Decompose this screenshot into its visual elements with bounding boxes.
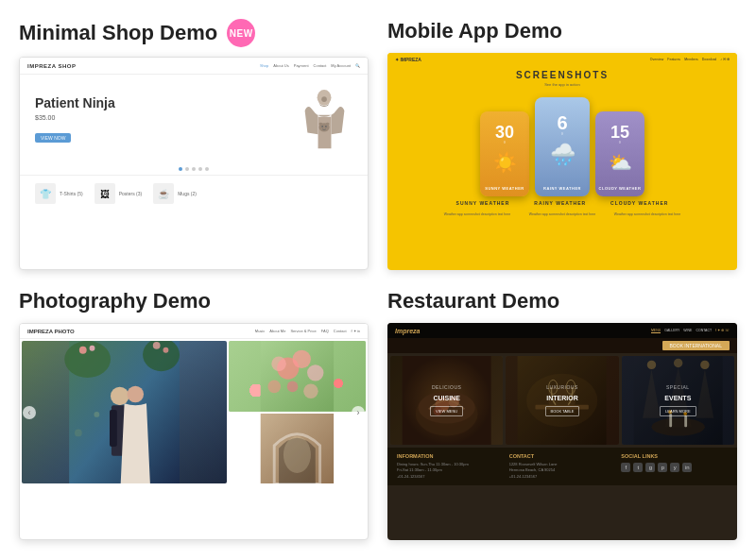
shop-dot-1 <box>179 167 182 171</box>
mobile-preview[interactable]: ✦ IMPREZA Overview Features Members Down… <box>387 53 737 270</box>
shop-nav-shop: Shop <box>260 63 268 68</box>
svg-point-8 <box>64 341 111 378</box>
desc-rainy: Weather app screenshot description text … <box>524 212 600 216</box>
mobile-nav-icons: ♪ ✉ ⊕ <box>720 58 730 61</box>
shop-title: Minimal Shop Demo <box>19 21 217 45</box>
restaurant-title: Restaurant Demo <box>387 289 559 313</box>
shop-nav: IMPREZA SHOP Shop About Us Payment Conta… <box>20 58 368 75</box>
shop-carousel-dots <box>20 163 368 175</box>
restaurant-nav-contact: CONTACT <box>696 329 712 333</box>
hoodie-icon <box>299 89 351 150</box>
photo-prev-arrow[interactable]: ‹ <box>23 406 36 419</box>
restaurant-preview[interactable]: Impreza MENU GALLERY WINE CONTACT f ✦ ⊕ … <box>387 323 737 540</box>
svg-point-17 <box>128 386 145 403</box>
interior-title: INTERIOR <box>546 394 577 402</box>
restaurant-footer-info: Information Dining hours: Sun-Thu 11:30a… <box>397 453 504 480</box>
shop-cta-button[interactable]: VIEW NOW <box>35 133 71 143</box>
poster-icon: 🖼 <box>94 183 115 204</box>
mobile-nav-links: Overview Features Members Download ♪ ✉ ⊕ <box>650 58 730 61</box>
mobile-nav-overview: Overview <box>650 58 664 61</box>
shop-brand: IMPREZA SHOP <box>27 63 76 69</box>
shop-dot-2 <box>185 167 189 171</box>
svg-point-23 <box>293 350 311 368</box>
svg-point-10 <box>79 347 87 354</box>
photo-nav-music: Music <box>255 329 265 333</box>
cuisine-overlay: DELICIOUS CUISINE VIEW MENU <box>390 356 503 445</box>
phones-container: 30 ° ☀️ SUNNY WEATHER 6 ° 🌧️ RAINY WEATH… <box>387 93 737 196</box>
svg-point-24 <box>307 364 323 381</box>
mobile-title: Mobile App Demo <box>387 19 562 43</box>
arch-svg <box>229 414 366 484</box>
restaurant-nav-menu: MENU <box>651 329 661 333</box>
interior-btn[interactable]: BOOK TABLE <box>545 406 580 416</box>
restaurant-nav: Impreza MENU GALLERY WINE CONTACT f ✦ ⊕ … <box>387 323 737 338</box>
svg-point-11 <box>90 346 95 351</box>
mobile-nav-download: Download <box>702 58 717 61</box>
photo-side-bottom <box>229 414 366 484</box>
pinterest-icon[interactable]: p <box>658 463 667 472</box>
label-cloudy: CLOUDY WEATHER <box>610 200 668 206</box>
svg-point-25 <box>268 381 282 394</box>
shop-preview[interactable]: IMPREZA SHOP Shop About Us Payment Conta… <box>19 57 369 270</box>
google-icon[interactable]: g <box>645 463 655 472</box>
shop-dot-4 <box>198 167 202 171</box>
svg-rect-16 <box>110 410 117 447</box>
desc-sunny: Weather app screenshot description text … <box>439 212 515 216</box>
shop-hero-text: Patient Ninja $35.00 VIEW NOW <box>35 95 296 144</box>
svg-point-29 <box>284 436 311 473</box>
events-btn[interactable]: LEARN MORE <box>660 406 696 416</box>
photography-preview[interactable]: IMPREZA PHOTO Music About Me Service & P… <box>19 323 369 540</box>
cloudy-unit: ° <box>595 141 644 147</box>
svg-point-26 <box>303 383 318 398</box>
contact-title: Contact <box>509 453 616 459</box>
cloudy-temp: 15 <box>595 111 644 143</box>
phone-desc-row: Weather app screenshot description text … <box>387 210 737 219</box>
book-btn[interactable]: BOOK INTERNATIONAL <box>662 341 730 350</box>
restaurant-cell: Restaurant Demo Impreza MENU GALLERY WIN… <box>387 289 737 540</box>
linkedin-icon[interactable]: in <box>682 463 692 472</box>
shop-nav-payment: Payment <box>294 63 309 68</box>
cuisine-btn[interactable]: VIEW MENU <box>430 406 463 416</box>
rainy-temp: 6 <box>535 97 590 134</box>
restaurant-footer-contact: Contact 1228 Roosevelt Wilson LaneHermos… <box>509 453 616 480</box>
label-sunny: SUNNY WEATHER <box>456 200 510 206</box>
photo-nav-services: Service & Price <box>290 329 316 333</box>
shop-nav-links: Shop About Us Payment Contact My Account… <box>260 63 360 68</box>
contact-text: 1228 Roosevelt Wilson LaneHermosa Beach,… <box>509 462 616 480</box>
sunny-unit: ° <box>480 141 529 147</box>
restaurant-footer-social: Social Links f t g p y in <box>621 453 728 480</box>
phone-rainy: 6 ° 🌧️ RAINY WEATHER <box>535 97 590 196</box>
youtube-icon[interactable]: y <box>670 463 679 472</box>
couple-svg <box>22 341 227 483</box>
mobile-title-area: Mobile App Demo <box>387 19 562 43</box>
shop-hero-image <box>296 86 352 152</box>
events-subtitle: SPECIAL <box>666 384 690 391</box>
rainy-unit: ° <box>535 132 590 139</box>
twitter-icon[interactable]: t <box>633 463 643 472</box>
shop-nav-about: About Us <box>273 63 288 68</box>
svg-point-19 <box>75 430 82 437</box>
restaurant-nav-links: MENU GALLERY WINE CONTACT f ✦ ⊕ ☏ <box>651 329 730 333</box>
mug-icon: ☕ <box>153 183 174 204</box>
events-overlay: SPECIAL EVENTS LEARN MORE <box>622 356 734 445</box>
svg-point-4 <box>324 126 326 127</box>
sunny-temp: 30 <box>480 111 529 143</box>
cuisine-title: CUISINE <box>433 394 459 402</box>
shop-hero-price: $35.00 <box>35 114 296 121</box>
mobile-weather-labels: SUNNY WEATHER RAINY WEATHER CLOUDY WEATH… <box>387 196 737 210</box>
photo-next-arrow[interactable]: › <box>352 406 365 419</box>
shop-nav-account: My Account <box>331 63 351 68</box>
mobile-nav-members: Members <box>684 58 698 61</box>
shop-hero-title: Patient Ninja <box>35 95 296 110</box>
photo-nav: IMPREZA PHOTO Music About Me Service & P… <box>20 324 368 339</box>
restaurant-nav-gallery: GALLERY <box>664 329 679 333</box>
restaurant-footer: Information Dining hours: Sun-Thu 11:30a… <box>387 448 737 485</box>
restaurant-brand: Impreza <box>395 328 420 334</box>
photo-nav-social: f ✦ in <box>352 329 360 333</box>
svg-point-12 <box>163 347 169 353</box>
svg-point-14 <box>111 387 129 405</box>
facebook-icon[interactable]: f <box>621 463 630 472</box>
svg-point-3 <box>321 126 323 127</box>
photo-nav-about: About Me <box>269 329 285 333</box>
mobile-brand: ✦ IMPREZA <box>395 57 421 62</box>
